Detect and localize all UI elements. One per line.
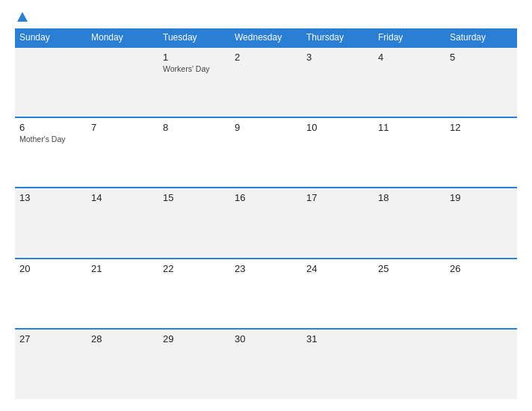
day-number: 20 xyxy=(19,263,82,274)
calendar-header xyxy=(15,12,517,22)
calendar-body: 1Workers' Day23456Mother's Day7891011121… xyxy=(15,47,517,399)
calendar-cell: 22 xyxy=(158,259,230,329)
calendar-cell: 3 xyxy=(302,47,374,117)
weekday-header-monday: Monday xyxy=(87,28,158,47)
calendar-cell xyxy=(445,329,517,399)
day-number: 24 xyxy=(306,263,369,274)
day-number: 10 xyxy=(306,122,369,133)
day-number: 6 xyxy=(19,122,82,133)
weekday-header-thursday: Thursday xyxy=(302,28,374,47)
day-number: 5 xyxy=(450,52,513,63)
calendar-cell: 30 xyxy=(230,329,302,399)
day-number: 31 xyxy=(306,333,369,344)
calendar-cell xyxy=(15,47,87,117)
day-number: 1 xyxy=(163,52,226,63)
holiday-label: Mother's Day xyxy=(19,135,82,143)
day-number: 30 xyxy=(235,333,297,344)
day-number: 12 xyxy=(450,122,513,133)
day-number: 26 xyxy=(450,263,513,274)
calendar-cell: 14 xyxy=(87,188,158,258)
day-number: 21 xyxy=(91,263,154,274)
calendar-cell: 16 xyxy=(230,188,302,258)
calendar-table: SundayMondayTuesdayWednesdayThursdayFrid… xyxy=(15,28,517,399)
calendar-cell: 1Workers' Day xyxy=(158,47,230,117)
calendar-cell: 9 xyxy=(230,117,302,188)
day-number: 7 xyxy=(91,122,154,133)
day-number: 13 xyxy=(19,192,82,203)
calendar-cell: 6Mother's Day xyxy=(15,117,87,188)
calendar-cell xyxy=(87,47,158,117)
day-number: 8 xyxy=(163,122,226,133)
calendar-cell: 21 xyxy=(87,259,158,329)
calendar-week-1: 1Workers' Day2345 xyxy=(15,47,517,117)
calendar-cell: 8 xyxy=(158,117,230,188)
calendar-week-4: 20212223242526 xyxy=(15,259,517,329)
calendar-cell: 12 xyxy=(445,117,517,188)
day-number: 19 xyxy=(450,192,513,203)
calendar-cell: 25 xyxy=(374,259,445,329)
calendar-cell: 20 xyxy=(15,259,87,329)
day-number: 2 xyxy=(235,52,297,63)
calendar-cell: 27 xyxy=(15,329,87,399)
weekday-header-wednesday: Wednesday xyxy=(230,28,302,47)
weekday-header-friday: Friday xyxy=(374,28,445,47)
calendar-cell: 15 xyxy=(158,188,230,258)
weekday-header-saturday: Saturday xyxy=(445,28,517,47)
calendar-cell: 29 xyxy=(158,329,230,399)
calendar-cell: 13 xyxy=(15,188,87,258)
day-number: 16 xyxy=(235,192,297,203)
day-number: 4 xyxy=(378,52,441,63)
calendar-cell: 4 xyxy=(374,47,445,117)
calendar-cell: 19 xyxy=(445,188,517,258)
day-number: 25 xyxy=(378,263,441,274)
holiday-label: Workers' Day xyxy=(163,64,226,73)
day-number: 9 xyxy=(235,122,297,133)
calendar-week-2: 6Mother's Day789101112 xyxy=(15,117,517,188)
calendar-cell: 7 xyxy=(87,117,158,188)
day-number: 23 xyxy=(235,263,297,274)
weekday-header-sunday: Sunday xyxy=(15,28,87,47)
calendar-cell: 5 xyxy=(445,47,517,117)
day-number: 11 xyxy=(378,122,441,133)
day-number: 3 xyxy=(306,52,369,63)
day-number: 28 xyxy=(91,333,154,344)
day-number: 14 xyxy=(91,192,154,203)
weekday-header-tuesday: Tuesday xyxy=(158,28,230,47)
day-number: 29 xyxy=(163,333,226,344)
calendar-header-row: SundayMondayTuesdayWednesdayThursdayFrid… xyxy=(15,28,517,47)
day-number: 27 xyxy=(19,333,82,344)
day-number: 15 xyxy=(163,192,226,203)
calendar-cell: 17 xyxy=(302,188,374,258)
calendar-week-5: 2728293031 xyxy=(15,329,517,399)
calendar-cell: 24 xyxy=(302,259,374,329)
day-number: 22 xyxy=(163,263,226,274)
calendar-cell: 18 xyxy=(374,188,445,258)
calendar-week-3: 13141516171819 xyxy=(15,188,517,258)
calendar-cell: 31 xyxy=(302,329,374,399)
calendar-cell xyxy=(374,329,445,399)
day-number: 17 xyxy=(306,192,369,203)
calendar-cell: 11 xyxy=(374,117,445,188)
logo-blue-text xyxy=(15,12,28,22)
calendar-cell: 23 xyxy=(230,259,302,329)
day-number: 18 xyxy=(378,192,441,203)
calendar-cell: 26 xyxy=(445,259,517,329)
calendar-cell: 28 xyxy=(87,329,158,399)
logo xyxy=(15,12,28,22)
calendar-cell: 2 xyxy=(230,47,302,117)
logo-triangle-icon xyxy=(17,12,28,22)
calendar-cell: 10 xyxy=(302,117,374,188)
